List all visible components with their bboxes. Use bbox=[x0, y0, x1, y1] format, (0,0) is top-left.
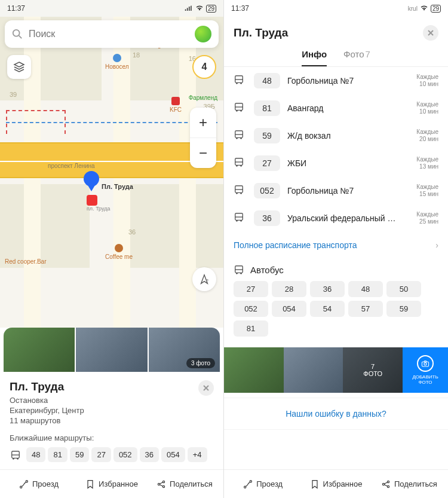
search-icon bbox=[12, 29, 23, 39]
svg-point-17 bbox=[236, 138, 238, 139]
bottom-actions: Проезд Избранное Поделиться bbox=[224, 469, 448, 498]
favorite-button[interactable]: Избранное bbox=[75, 479, 148, 489]
layers-button[interactable] bbox=[7, 55, 31, 79]
svg-point-12 bbox=[240, 83, 242, 84]
route-chip[interactable]: 59 bbox=[70, 447, 89, 462]
tab-info[interactable]: Инфо bbox=[302, 49, 327, 66]
route-destination: Уральский федеральный … bbox=[287, 213, 409, 223]
route-row[interactable]: 48Горбольница №7Каждые10 мин bbox=[224, 67, 448, 94]
map-pin[interactable] bbox=[84, 171, 99, 194]
svg-point-33 bbox=[244, 486, 246, 488]
route-chip[interactable]: 054 bbox=[161, 447, 185, 462]
route-chips: 48 81 59 27 052 36 054 +4 bbox=[10, 447, 214, 462]
poi[interactable]: Red cooper.Bar bbox=[5, 258, 47, 265]
route-chip[interactable]: 27 bbox=[91, 447, 111, 462]
route-chip[interactable]: 052 bbox=[113, 447, 137, 462]
svg-point-7 bbox=[158, 483, 159, 485]
svg-point-9 bbox=[162, 485, 164, 487]
bus-number-chip[interactable]: 36 bbox=[310, 281, 345, 297]
favorite-button[interactable]: Избранное bbox=[299, 479, 372, 489]
close-button[interactable] bbox=[423, 25, 438, 41]
detail-title: Пл. Труда bbox=[234, 26, 288, 39]
bus-section: Автобус 272836485005205454575981 bbox=[224, 258, 448, 343]
wifi-icon bbox=[420, 5, 428, 11]
poi[interactable]: Новосел bbox=[105, 54, 129, 70]
building-number: 39 bbox=[10, 91, 17, 98]
bus-number-chip[interactable]: 052 bbox=[234, 301, 268, 317]
layers-icon bbox=[13, 61, 25, 73]
bus-number-chip[interactable]: 48 bbox=[348, 281, 383, 297]
battery-level: 29 bbox=[206, 5, 216, 13]
photo-thumb[interactable] bbox=[4, 328, 75, 372]
tab-photo[interactable]: Фото7 bbox=[343, 49, 370, 66]
bus-number-chip[interactable]: 054 bbox=[272, 301, 306, 317]
compass-button[interactable]: ? bbox=[192, 267, 216, 291]
signal-icon bbox=[185, 5, 193, 11]
bus-icon bbox=[234, 184, 247, 197]
route-chip[interactable]: 48 bbox=[26, 447, 45, 462]
route-row[interactable]: 052Горбольница №7Каждые15 мин bbox=[224, 177, 448, 204]
route-destination: Ж/д вокзал bbox=[287, 131, 409, 140]
route-chip-more[interactable]: +4 bbox=[188, 447, 207, 462]
map-canvas[interactable]: проспект Ленина Пл. Труда пл. Труда 39 1… bbox=[0, 17, 223, 328]
stop-marker-icon[interactable] bbox=[87, 195, 97, 206]
zoom-out-button[interactable]: − bbox=[190, 138, 216, 168]
traffic-badge[interactable]: 4 bbox=[192, 55, 216, 79]
bus-number-chip[interactable]: 59 bbox=[386, 301, 421, 317]
poi[interactable]: Фармленд bbox=[189, 94, 217, 101]
route-chip[interactable]: 81 bbox=[48, 447, 67, 462]
route-row[interactable]: 27ЖБИКаждые13 мин bbox=[224, 149, 448, 177]
photo-thumb[interactable] bbox=[284, 347, 343, 393]
photo-count-overlay: 7 ФОТО bbox=[363, 363, 382, 377]
photo-thumb[interactable] bbox=[76, 328, 147, 372]
svg-point-27 bbox=[240, 220, 242, 222]
bus-number-chip[interactable]: 28 bbox=[272, 281, 306, 297]
svg-point-14 bbox=[236, 110, 238, 112]
route-number: 052 bbox=[254, 183, 280, 198]
route-number: 81 bbox=[254, 100, 280, 116]
route-chip[interactable]: 36 bbox=[140, 447, 159, 462]
zoom-in-button[interactable]: + bbox=[190, 108, 216, 138]
share-button[interactable]: Поделиться bbox=[148, 479, 221, 489]
bus-number-chip[interactable]: 81 bbox=[234, 320, 268, 337]
poi[interactable]: Coffee me bbox=[105, 244, 133, 260]
route-number: 59 bbox=[254, 128, 280, 143]
stop-type: Остановка bbox=[10, 396, 84, 405]
svg-point-37 bbox=[387, 485, 389, 487]
photo-thumb[interactable] bbox=[224, 347, 284, 393]
bookmark-icon bbox=[85, 479, 95, 489]
photo-count-badge: 3 фото bbox=[186, 358, 215, 368]
bus-number-chip[interactable]: 54 bbox=[310, 301, 345, 317]
search-bar[interactable] bbox=[5, 20, 219, 48]
status-bar: 11:37 29 bbox=[0, 0, 223, 17]
svg-point-20 bbox=[236, 165, 238, 167]
tabs: Инфо Фото7 bbox=[224, 41, 448, 67]
photo-thumb[interactable]: 3 фото bbox=[149, 328, 220, 372]
share-button[interactable]: Поделиться bbox=[373, 479, 446, 489]
svg-point-36 bbox=[387, 481, 389, 482]
route-row[interactable]: 36Уральский федеральный …Каждые25 мин bbox=[224, 204, 448, 232]
bus-number-chip[interactable]: 57 bbox=[348, 301, 383, 317]
bus-number-chip[interactable]: 27 bbox=[234, 281, 268, 297]
full-schedule-link[interactable]: Полное расписание транспорта › bbox=[224, 232, 448, 258]
route-row[interactable]: 81АвангардКаждые10 мин bbox=[224, 94, 448, 122]
bus-number-chip[interactable]: 50 bbox=[386, 281, 421, 297]
search-input[interactable] bbox=[29, 29, 195, 39]
route-destination: Горбольница №7 bbox=[287, 76, 409, 85]
route-row[interactable]: 59Ж/д вокзалКаждые20 мин bbox=[224, 122, 448, 149]
add-photo-button[interactable]: ДОБАВИТЬ ФОТО bbox=[403, 347, 448, 393]
bottom-actions: Проезд Избранное Поделиться bbox=[0, 469, 223, 498]
photo-strip[interactable]: 3 фото bbox=[4, 328, 220, 372]
svg-point-3 bbox=[13, 457, 14, 459]
svg-point-34 bbox=[250, 480, 251, 482]
route-button[interactable]: Проезд bbox=[226, 479, 299, 489]
poi[interactable]: KFC bbox=[170, 97, 182, 113]
photo-thumb[interactable]: 7 ФОТО bbox=[343, 347, 403, 393]
close-button[interactable] bbox=[198, 380, 214, 396]
report-error-link[interactable]: Нашли ошибку в данных? bbox=[224, 398, 448, 430]
route-icon bbox=[243, 479, 253, 489]
route-number: 48 bbox=[254, 73, 280, 88]
bus-icon bbox=[10, 449, 22, 461]
route-button[interactable]: Проезд bbox=[2, 479, 75, 489]
user-avatar[interactable] bbox=[195, 26, 211, 42]
